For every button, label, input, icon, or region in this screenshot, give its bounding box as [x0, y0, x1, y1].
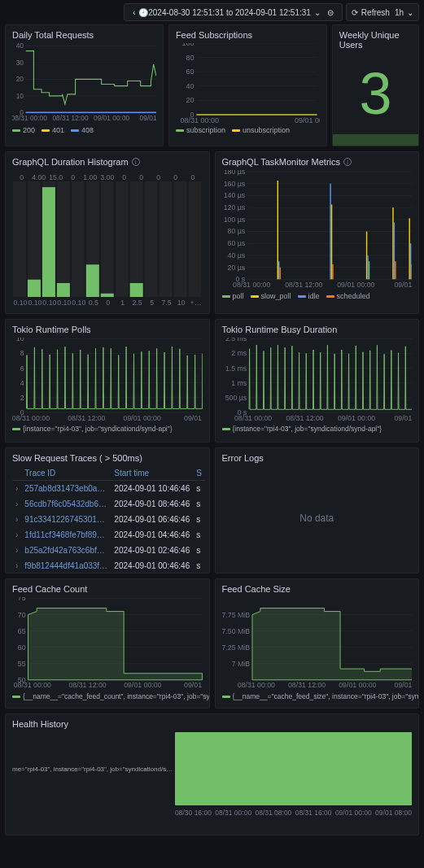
- panel-title: Feed Cache Size: [222, 584, 413, 594]
- panel-error-logs[interactable]: Error Logs No data: [215, 447, 420, 574]
- table-header[interactable]: Trace ID: [21, 466, 111, 481]
- cache-count-chart: 50556065707508/31 00:0008/31 12:0009/01 …: [12, 597, 203, 691]
- panel-tokio-polls[interactable]: Tokio Runtime Polls 024681008/31 00:0008…: [5, 319, 210, 443]
- svg-text:1 ms: 1 ms: [231, 379, 247, 387]
- svg-rect-49: [57, 181, 70, 297]
- svg-text:2: 2: [20, 394, 24, 402]
- info-icon[interactable]: i: [343, 158, 352, 166]
- legend-item[interactable]: 401: [42, 126, 64, 134]
- legend-item[interactable]: scheduled: [326, 292, 370, 300]
- panel-title: Feed Subscriptions: [176, 30, 320, 40]
- expand-icon[interactable]: ›: [12, 527, 21, 543]
- trace-id[interactable]: 1fd11cf3468fe7bf89a…: [21, 527, 111, 543]
- no-data-message: No data: [222, 466, 413, 569]
- time-range-picker[interactable]: ‹ 🕘 2024-08-30 12:51:31 to 2024-09-01 12…: [124, 3, 343, 21]
- svg-text:08/31 00:00: 08/31 00:00: [14, 681, 51, 689]
- stat-bar: [333, 134, 418, 146]
- zoom-out-button[interactable]: ⊖: [324, 8, 337, 17]
- svg-text:0: 0: [156, 173, 160, 181]
- table-header[interactable]: Start time: [111, 466, 193, 481]
- svg-text:08/31 12:00: 08/31 12:00: [288, 681, 326, 689]
- legend-cache-size: {__name__="cache_feed_size", instance="r…: [222, 692, 413, 700]
- svg-text:40: 40: [16, 43, 24, 50]
- legend-item[interactable]: 408: [71, 126, 94, 134]
- table-row[interactable]: ›91c334122674530185…2024-09-01 06:46:46s: [12, 512, 205, 527]
- svg-rect-109: [409, 218, 409, 279]
- trace-time: 2024-09-01 02:46:46: [111, 543, 193, 558]
- panel-slow-traces[interactable]: Slow Request Traces ( > 500ms) Trace IDS…: [5, 447, 210, 574]
- panel-graphql-taskmonitor[interactable]: GraphQL TaskMonitor Metrics i 0 s20 µs40…: [215, 151, 420, 314]
- expand-icon[interactable]: ›: [12, 496, 21, 512]
- legend-item[interactable]: unsubscription: [232, 126, 290, 134]
- svg-rect-43: [28, 181, 41, 297]
- svg-rect-47: [42, 187, 55, 297]
- panel-graphql-duration-histogram[interactable]: GraphQL Duration Histogram i 04.0015.001…: [5, 151, 210, 314]
- expand-icon[interactable]: ›: [12, 481, 21, 497]
- panel-tokio-busy[interactable]: Tokio Runtime Busy Duration 0 s500 µs1 m…: [215, 319, 420, 443]
- svg-text:0: 0: [139, 173, 143, 181]
- gql-histogram-chart: 04.0015.001.003.00000000.100.100.100.100…: [12, 170, 203, 308]
- legend-item[interactable]: subscription: [176, 126, 225, 134]
- svg-text:1.00: 1.00: [83, 173, 97, 181]
- trace-id[interactable]: 257ab8d31473eb0a25…: [21, 481, 111, 497]
- panel-weekly-unique-users[interactable]: Weekly Unique Users 3: [332, 24, 419, 146]
- panel-title: Tokio Runtime Polls: [12, 325, 203, 334]
- trace-id[interactable]: 91c334122674530185…: [21, 512, 111, 527]
- expand-icon[interactable]: ›: [12, 558, 21, 574]
- legend-item[interactable]: 200: [12, 126, 35, 134]
- svg-text:1: 1: [120, 299, 125, 307]
- table-row[interactable]: ›56cdb7f6c05432db63…2024-09-01 08:46:46s: [12, 496, 205, 512]
- svg-text:0: 0: [20, 173, 24, 181]
- legend-item[interactable]: poll: [222, 292, 244, 300]
- panel-daily-total-requests[interactable]: Daily Total Requests 01020304008/31 00:0…: [5, 24, 164, 146]
- svg-text:08/31 00:00: 08/31 00:00: [237, 681, 274, 689]
- trace-id[interactable]: f9b812444df41a033f1…: [21, 558, 111, 574]
- info-icon[interactable]: i: [132, 158, 140, 166]
- svg-text:5: 5: [150, 299, 154, 307]
- time-back-button[interactable]: ‹: [129, 8, 138, 17]
- table-row[interactable]: ›257ab8d31473eb0a25…2024-09-01 10:46:46s: [12, 481, 205, 497]
- panel-title: Feed Cache Count: [12, 584, 203, 594]
- trace-id[interactable]: 56cdb7f6c05432db63…: [21, 496, 111, 512]
- legend-tokio-polls: {instance="rpi4-03", job="syndicationd/s…: [12, 425, 203, 433]
- trace-id[interactable]: b25a2fd42a763c6bf9…: [21, 543, 111, 558]
- chevron-down-icon[interactable]: ⌄: [311, 8, 324, 17]
- svg-text:08/31 00:00: 08/31 00:00: [180, 116, 219, 124]
- panel-feed-cache-size[interactable]: Feed Cache Size 7 MiB7.25 MiB7.50 MiB7.7…: [215, 578, 420, 709]
- table-row[interactable]: ›f9b812444df41a033f1…2024-09-01 00:46:46…: [12, 558, 205, 574]
- svg-text:65: 65: [18, 627, 26, 635]
- svg-text:100 µs: 100 µs: [223, 216, 245, 224]
- svg-text:08/31 00:00: 08/31 00:00: [233, 281, 270, 289]
- table-row[interactable]: ›1fd11cf3468fe7bf89a…2024-09-01 04:46:46…: [12, 527, 205, 543]
- svg-text:7.25 MiB: 7.25 MiB: [222, 643, 250, 652]
- svg-text:7 MiB: 7 MiB: [231, 660, 250, 668]
- expand-icon[interactable]: ›: [12, 543, 21, 558]
- refresh-interval: 1h: [395, 8, 404, 17]
- panel-title: Health History: [12, 719, 412, 729]
- table-header[interactable]: [12, 466, 21, 481]
- panel-title: GraphQL Duration Histogram i: [12, 157, 203, 167]
- panel-feed-cache-count[interactable]: Feed Cache Count 50556065707508/31 00:00…: [5, 578, 210, 709]
- table-header[interactable]: S: [193, 466, 205, 481]
- svg-text:100: 100: [181, 43, 194, 47]
- svg-text:0: 0: [122, 173, 126, 181]
- expand-icon[interactable]: ›: [12, 512, 21, 527]
- svg-text:80: 80: [186, 54, 194, 62]
- legend-item[interactable]: idle: [298, 292, 320, 300]
- svg-rect-44: [28, 280, 41, 297]
- svg-rect-106: [392, 207, 393, 279]
- svg-rect-108: [395, 261, 396, 279]
- legend-item[interactable]: slow_poll: [251, 292, 291, 300]
- refresh-control[interactable]: ⟳ Refresh 1h ⌄: [346, 3, 419, 21]
- panel-health-history[interactable]: Health History me="rpi4-03", instance="r…: [5, 713, 419, 835]
- svg-rect-97: [277, 181, 278, 279]
- svg-text:08/31 12:00: 08/31 12:00: [286, 414, 323, 422]
- legend-task: pollslow_pollidlescheduled: [222, 292, 413, 300]
- panel-feed-subscriptions[interactable]: Feed Subscriptions 02040608010008/31 00:…: [168, 24, 327, 146]
- svg-text:7.5: 7.5: [161, 299, 171, 307]
- table-row[interactable]: ›b25a2fd42a763c6bf9…2024-09-01 02:46:46s: [12, 543, 205, 558]
- chevron-down-icon[interactable]: ⌄: [404, 8, 413, 17]
- svg-text:6: 6: [20, 364, 24, 373]
- svg-text:2 ms: 2 ms: [231, 349, 247, 357]
- panel-title: Slow Request Traces ( > 500ms): [12, 453, 203, 463]
